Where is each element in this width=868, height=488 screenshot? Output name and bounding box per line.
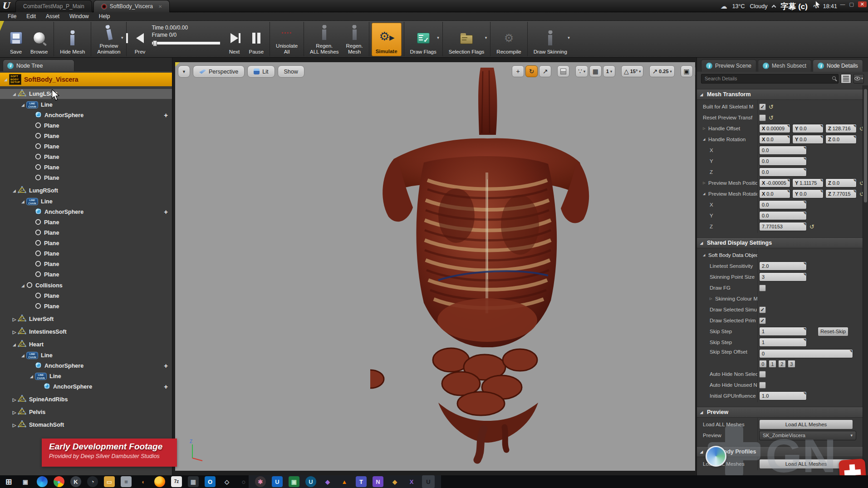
- tree-row-heart[interactable]: ◢Heart: [0, 340, 172, 350]
- viewport-perspective-button[interactable]: Perspective: [193, 65, 245, 78]
- tab-node-tree[interactable]: i Node Tree: [3, 59, 74, 71]
- menu-item-help[interactable]: Help: [94, 13, 115, 20]
- x-field[interactable]: X-0.00005: [759, 178, 790, 187]
- edge-browser-icon[interactable]: [37, 476, 48, 487]
- checkbox[interactable]: [759, 371, 766, 378]
- list-view-button[interactable]: [841, 74, 851, 84]
- y-field[interactable]: Y0.0: [792, 124, 824, 133]
- slider-knob[interactable]: [153, 40, 157, 46]
- expand-open-icon[interactable]: ◢: [703, 192, 707, 196]
- viewport-3d[interactable]: ▼PerspectiveLitShow +↻↗∵▾▦1▾△15°▾↗0.25▾▣…: [175, 62, 695, 471]
- add-node-button[interactable]: +: [164, 208, 168, 216]
- sync-app-icon[interactable]: ◌: [238, 476, 249, 487]
- toolbar-simulate-button[interactable]: Simulate: [372, 23, 402, 56]
- z-field[interactable]: Z128.716: [825, 124, 857, 133]
- menu-item-asset[interactable]: Asset: [41, 13, 64, 20]
- menu-item-window[interactable]: Window: [64, 13, 94, 20]
- tab-node-details[interactable]: iNode Details: [813, 59, 863, 72]
- tree-row-lungrsoft[interactable]: ◢LungRSoft: [0, 186, 172, 196]
- tree-row-intestinessoft[interactable]: ▷IntestinesSoft: [0, 327, 172, 337]
- vscode-app-icon[interactable]: X: [406, 476, 417, 487]
- reset-icon[interactable]: ↺: [859, 126, 863, 132]
- expand-closed-icon[interactable]: ▷: [703, 181, 707, 185]
- x-field[interactable]: X0.0: [759, 135, 790, 144]
- toolbar-selection-flags-button[interactable]: ▾Selection Flags: [445, 23, 488, 56]
- expand-closed-icon[interactable]: ▷: [11, 397, 18, 402]
- toolbar-regen-all-meshes-button[interactable]: Regen. ALL Meshes: [306, 23, 343, 56]
- number-field[interactable]: 2.0: [759, 261, 807, 271]
- expand-closed-icon[interactable]: ▷: [11, 317, 18, 322]
- number-field[interactable]: 1: [759, 338, 807, 347]
- volume-mixer-icon[interactable]: ◖: [137, 476, 148, 487]
- toolbar-recompile-button[interactable]: ⚙Recompile: [493, 23, 525, 56]
- vs-installer-icon[interactable]: ◆: [322, 476, 333, 487]
- reset-icon[interactable]: ↺: [859, 191, 863, 197]
- tree-row-line[interactable]: ◢LINE CHAINLine: [0, 100, 172, 110]
- number-field[interactable]: 3: [759, 272, 807, 281]
- toolbar-draw-skinning-button[interactable]: ▾Draw Skinning: [530, 23, 571, 56]
- section-header-preview[interactable]: ◢Preview: [697, 407, 863, 418]
- tree-row-plane[interactable]: Plane: [0, 301, 172, 311]
- tree-row-line[interactable]: ◢LINE CHAINLine: [0, 350, 172, 360]
- tree-row-spineandribs[interactable]: ▷SpineAndRibs: [0, 394, 172, 404]
- expand-open-icon[interactable]: ◢: [20, 103, 26, 107]
- tab-close-icon[interactable]: ✕: [158, 4, 162, 9]
- offset-option-1[interactable]: 1: [769, 360, 776, 368]
- reset-icon[interactable]: ↺: [769, 104, 774, 110]
- km-player-icon[interactable]: K: [70, 476, 81, 487]
- tree-row-liversoft[interactable]: ▷LiverSoft: [0, 314, 172, 324]
- load-all-meshes-button[interactable]: Load ALL Meshes: [759, 419, 853, 429]
- app-u-dark-icon[interactable]: U: [305, 476, 316, 487]
- ime-caption[interactable]: 字幕 (c): [780, 1, 808, 12]
- tree-row-line[interactable]: ◢LINE CHAINLine: [0, 197, 172, 207]
- 7zip-app-icon[interactable]: 7z: [171, 476, 182, 487]
- viewport-show-button[interactable]: Show: [278, 65, 304, 78]
- tab-mesh-subsect[interactable]: iMesh Subsect: [758, 59, 811, 72]
- expand-closed-icon[interactable]: ▷: [710, 297, 714, 301]
- grid-size-button[interactable]: 1▾: [603, 65, 615, 77]
- weather-desc[interactable]: Cloudy: [750, 3, 768, 10]
- y-field[interactable]: Y1.11175: [792, 178, 824, 187]
- chevron-down-icon[interactable]: ▾: [121, 35, 123, 40]
- toolbar-next-button[interactable]: Next: [223, 23, 245, 56]
- expand-closed-icon[interactable]: ▷: [11, 423, 18, 428]
- y-field[interactable]: Y0.0: [792, 135, 824, 144]
- number-field[interactable]: 7.770153: [759, 222, 807, 231]
- minimize-button[interactable]: —: [840, 2, 845, 7]
- tree-row-plane[interactable]: Plane: [0, 249, 172, 259]
- offset-option-3[interactable]: 3: [788, 360, 795, 368]
- green-capture-app-icon[interactable]: ▣: [289, 476, 299, 487]
- z-field[interactable]: Z7.77015: [825, 189, 857, 198]
- number-field[interactable]: 0.0: [759, 168, 807, 177]
- terminal-app-icon[interactable]: ▦: [188, 476, 199, 487]
- rotate-tool-button[interactable]: ↻: [525, 65, 538, 77]
- expand-open-icon[interactable]: ◢: [20, 200, 26, 204]
- preview-mesh-select[interactable]: SK_ZombieViscera▾: [759, 431, 856, 440]
- grid-snap-button[interactable]: ▦: [589, 65, 602, 77]
- visibility-filter-button[interactable]: ▾: [853, 74, 864, 84]
- tree-row-plane[interactable]: Plane: [0, 228, 172, 238]
- x-field[interactable]: X0.00009: [759, 124, 790, 133]
- number-field[interactable]: 0.0: [759, 200, 807, 209]
- checkbox-checked[interactable]: ✓: [759, 317, 766, 324]
- tree-row-anchorsphere[interactable]: AnchorSphere+: [0, 361, 172, 371]
- viewport-lit-button[interactable]: Lit: [247, 65, 275, 78]
- outlook-app-icon[interactable]: O: [205, 476, 216, 487]
- toolbar-preview-animation-button[interactable]: ▾Preview Animation: [93, 23, 124, 56]
- tree-row-anchorsphere[interactable]: AnchorSphere+: [0, 207, 172, 217]
- tree-row-plane[interactable]: Plane: [0, 217, 172, 227]
- tree-row-plane[interactable]: Plane: [0, 173, 172, 183]
- reset-icon[interactable]: ↺: [809, 224, 814, 230]
- tree-row-anchorsphere[interactable]: AnchorSphere+: [0, 110, 172, 120]
- expand-open-icon[interactable]: ◢: [11, 92, 18, 96]
- toolbar-draw-flags-button[interactable]: ▾Draw Flags: [407, 23, 440, 56]
- taskbar-clock[interactable]: 18:41: [823, 3, 837, 10]
- checkbox[interactable]: [759, 382, 766, 389]
- scale-tool-button[interactable]: ↗: [539, 65, 551, 77]
- checkbox[interactable]: [759, 114, 766, 121]
- expand-open-icon[interactable]: ◢: [2, 78, 9, 82]
- file-explorer-icon[interactable]: ▭: [104, 476, 115, 487]
- expand-open-icon[interactable]: ◢: [703, 138, 707, 141]
- app-u-blue-icon[interactable]: U: [272, 476, 283, 487]
- tree-row-stomachsoft[interactable]: ▷StomachSoft: [0, 420, 172, 430]
